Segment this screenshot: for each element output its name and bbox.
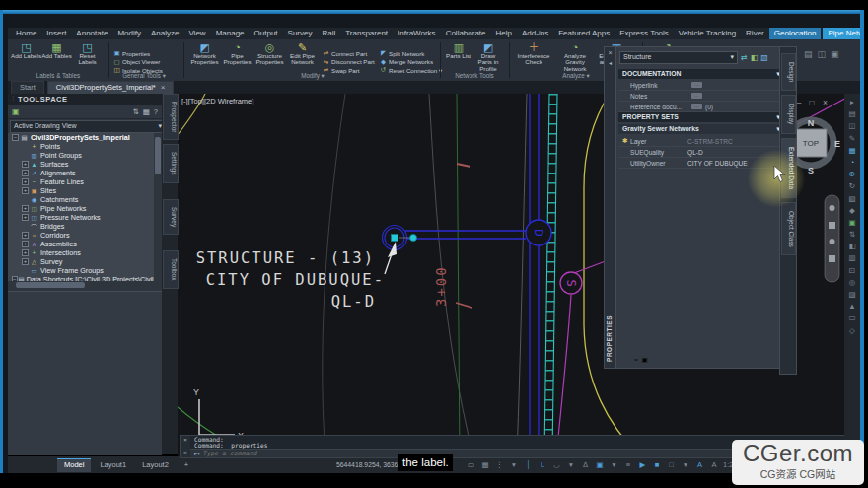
ribbon-button[interactable]: ▣ Properties [113,50,163,57]
ribbon-tab[interactable]: Analyze [146,28,183,39]
ribbon-tab[interactable]: Vehicle Tracking [674,28,741,39]
ribbon-icon[interactable]: ▣ [831,49,839,59]
ribbon-button[interactable]: ▦ Add Tables [41,41,72,72]
toolbar-icon[interactable]: ◧ [848,242,855,250]
ribbon-tab[interactable]: Manage [211,28,250,39]
toolbar-icon[interactable]: ▥ [848,253,855,262]
tree-item[interactable]: + △ Survey [8,257,154,266]
ellipsis-button[interactable]: … [691,104,702,109]
ribbon-button[interactable]: ▢ Object Viewer [113,58,163,65]
close-tab-icon[interactable]: × [161,82,166,94]
toolbar-icon[interactable]: ◫ [848,121,855,130]
tree-vertical-scrollbar[interactable] [154,133,162,289]
navbar-icon[interactable] [829,222,835,229]
ribbon-tab[interactable]: Insert [41,28,71,39]
toolbar-icon[interactable]: ◇ [849,326,855,335]
ribbon-tab[interactable]: Help [491,28,517,39]
palette-tab[interactable]: Display [781,95,796,133]
tree-item[interactable]: + ▲ Surfaces [8,160,154,169]
ribbon-tab[interactable]: Home [11,28,41,39]
object-type-selector[interactable]: Structure ▾ [619,51,738,64]
ribbon-tab[interactable]: Modify [112,28,146,39]
tree-expander[interactable]: − [12,134,19,141]
status-toggle[interactable]: ▭ [465,459,477,470]
tree-expander[interactable]: + [22,170,29,176]
section-gravity-sewer-networks[interactable]: Gravity Sewer Networks ▾ [618,124,784,134]
ribbon-tab[interactable]: Featured Apps [553,28,615,39]
ribbon-button[interactable]: ◔ Pipe Properties [221,41,253,72]
status-toggle[interactable]: ▾ [608,459,620,470]
ribbon-tab[interactable]: Add-ins [517,28,553,39]
ribbon-icon[interactable]: ▤ [804,49,813,59]
tab-geolocation[interactable]: Geolocation [769,28,822,39]
tree-item[interactable]: + ▣ Sites [8,186,154,195]
property-row[interactable]: Reference docu... … (0) [618,102,788,112]
toolbar-icon[interactable]: ✎ [849,134,855,143]
tree-expander[interactable]: + [22,187,29,194]
tree-expander[interactable]: + [22,205,29,212]
drawing-window-controls[interactable]: ─ □ × [794,98,831,107]
ribbon-tab[interactable]: Collaborate [441,28,491,39]
status-toggle[interactable]: ≡ [622,459,635,470]
tree-expander[interactable] [22,152,29,159]
ribbon-button[interactable]: ⇄ Connect Part [323,50,375,57]
customize-icon[interactable]: ⌗ [183,450,186,456]
toolbar-icon[interactable]: ▦ [848,146,855,155]
sanitary-line[interactable] [556,295,571,456]
palette-tool-icon[interactable]: ▧ [760,53,768,62]
toolbar-icon[interactable]: ▭ [848,314,855,322]
navbar-icon[interactable] [830,239,835,244]
tree-expander[interactable]: + [22,232,29,239]
toolspace-tool-icon[interactable]: ⇅ [132,107,138,116]
toolbar-icon[interactable]: ◔ [850,158,855,167]
status-toggle[interactable]: ▶ [636,459,649,470]
tree-item[interactable]: − ▤ Civil3DPropertySets_Imperial [8,133,154,142]
tree-expander[interactable]: + [22,214,29,221]
palette-tool-icon[interactable]: ⇄ [741,53,748,62]
palette-bottom-icon[interactable]: ▣ [642,356,648,364]
palette-tab[interactable]: Object Class [781,202,796,256]
toolspace-tab[interactable]: Prospector [163,94,179,140]
ribbon-button[interactable]: ◩ Draw Parts in Profile [473,41,503,72]
ribbon-button[interactable]: ◔ Analyze Gravity Network [554,41,596,72]
ribbon-button[interactable]: ◳ Add Labels [11,41,41,72]
status-toggle[interactable]: ▣ [594,459,607,470]
tree-expander[interactable]: + [22,241,29,247]
palette-bottom-icon[interactable]: ≈ [634,356,638,364]
tree-item[interactable]: + ≈ Corridors [8,231,154,240]
view-selector[interactable]: Active Drawing View ▾ [10,120,166,133]
ribbon-tab[interactable]: Express Tools [615,28,674,39]
navbar-icon[interactable] [830,205,835,211]
toolbar-icon[interactable]: ▲ [848,302,855,311]
ribbon-tab[interactable]: View [183,28,210,39]
ribbon-button[interactable]: ▥ Parts List [444,41,473,72]
ribbon-button[interactable]: ◤ Split Network [380,50,442,57]
close-icon[interactable]: × [605,49,615,56]
viewcube-south[interactable]: S [808,166,814,175]
ribbon-button[interactable]: ⇆ Disconnect Part [323,58,375,65]
panel-label[interactable]: General Tools ▾ [109,72,179,80]
section-property-sets[interactable]: PROPERTY SETS ▾ [618,112,784,122]
tree-horizontal-scrollbar[interactable] [8,281,154,289]
ribbon-button[interactable]: ＋ Interference Check [513,41,554,72]
tree-item[interactable]: + Points [8,142,154,151]
status-toggle[interactable]: ∆ [579,459,592,470]
toolspace-tool-icon[interactable]: ▦ [143,107,150,116]
toolbar-icon[interactable]: ▨ [848,290,855,299]
tree-expander[interactable]: + [22,249,29,256]
ribbon-button[interactable]: ✎ Edit Pipe Network [286,41,319,72]
tree-item[interactable]: + ~ Feature Lines [8,177,154,186]
status-toggle[interactable]: ▾ [565,459,578,470]
close-icon[interactable]: × [183,437,187,443]
status-toggle[interactable]: L [537,459,549,470]
viewcube-east[interactable]: E [834,139,840,149]
ribbon-button[interactable]: ◳ Reset Labels [72,41,103,72]
toolbar-icon[interactable]: ▣ [848,218,855,227]
property-row[interactable]: Hyperlink … [618,80,788,91]
status-toggle[interactable]: ◡ [550,459,563,470]
toolspace-title[interactable]: TOOLSPACE [8,94,172,105]
ribbon-tab[interactable]: InfraWorks [393,28,441,39]
tree-expander[interactable]: + [22,161,29,168]
ellipsis-button[interactable]: … [691,93,702,99]
grip-circle[interactable] [410,235,417,242]
